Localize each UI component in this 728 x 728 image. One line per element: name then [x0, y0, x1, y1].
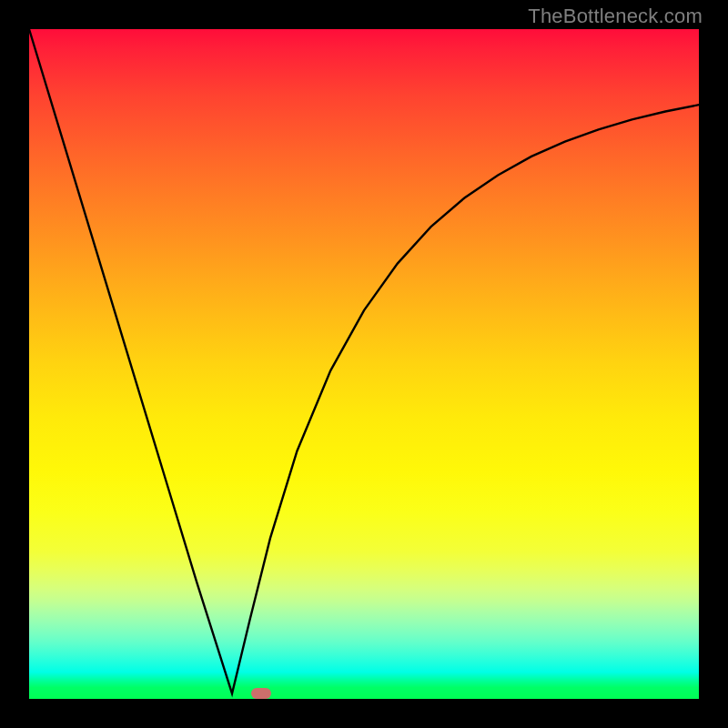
minimum-marker	[251, 688, 271, 699]
bottleneck-curve	[29, 29, 699, 699]
watermark-text: TheBottleneck.com	[528, 5, 703, 28]
chart-frame: TheBottleneck.com	[0, 0, 728, 728]
